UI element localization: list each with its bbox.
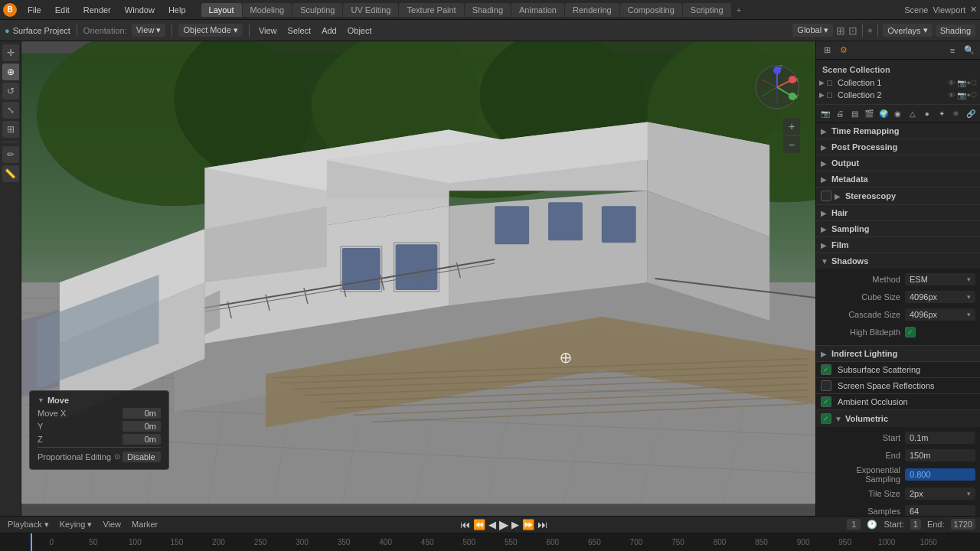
keying-dropdown[interactable]: Keying ▾ <box>57 520 96 530</box>
tab-layout[interactable]: Layout <box>201 3 242 17</box>
move-x-value[interactable]: 0m <box>122 408 161 419</box>
transform-dropdown[interactable]: Global ▾ <box>792 24 833 37</box>
post-processing-header[interactable]: ▶ Post Processing <box>816 139 980 155</box>
indirect-lighting-header[interactable]: ▶ Indirect Lighting <box>816 346 980 361</box>
shadows-header[interactable]: ▼ Shadows <box>816 253 980 269</box>
transport-play-forward[interactable]: ▶ <box>511 519 519 530</box>
tab-rendering[interactable]: Rendering <box>565 3 619 17</box>
tab-compositing[interactable]: Compositing <box>620 3 682 17</box>
prop-mesh-icon[interactable]: △ <box>906 107 919 121</box>
collection2-link[interactable]: ⬡ <box>971 91 977 99</box>
search-icon[interactable]: 🔍 <box>962 43 977 58</box>
tab-sculpting[interactable]: Sculpting <box>292 3 342 17</box>
exp-sampling-value[interactable]: 0.800 <box>905 468 975 481</box>
collection1-eye[interactable]: 👁 <box>948 79 956 87</box>
snap-icon[interactable]: ⌖ <box>867 25 873 36</box>
cascade-size-value[interactable]: 4096px <box>905 308 975 321</box>
tab-shading[interactable]: Shading <box>465 3 511 17</box>
transport-jump-start[interactable]: ⏮ <box>460 519 470 530</box>
tab-scripting[interactable]: Scripting <box>683 3 731 17</box>
tool-cursor[interactable]: ✛ <box>2 44 19 61</box>
high-bitdepth-checkbox[interactable]: ✓ <box>905 327 916 337</box>
tool-rotate[interactable]: ↺ <box>2 83 19 99</box>
move-z-value[interactable]: 0m <box>122 434 161 445</box>
transport-jump-end[interactable]: ⏭ <box>537 519 547 530</box>
prop-constraints-icon[interactable]: 🔗 <box>964 107 977 121</box>
end-value[interactable]: 1720 <box>951 519 975 530</box>
header-object[interactable]: Object <box>345 24 375 37</box>
stereoscopy-header[interactable]: ✓ ▶ Stereoscopy <box>816 187 980 204</box>
timeline-marker[interactable]: Marker <box>129 520 161 529</box>
shading-button[interactable]: Shading <box>936 24 975 37</box>
orientation-dropdown[interactable]: View ▾ <box>132 24 166 37</box>
collection-2-row[interactable]: ▶ □ Collection 2 👁 📷 ● ⬡ <box>816 89 980 101</box>
prop-render-icon[interactable]: 📷 <box>819 107 832 121</box>
hair-header[interactable]: ▶ Hair <box>816 205 980 220</box>
playback-dropdown[interactable]: Playback ▾ <box>5 520 52 530</box>
metadata-header[interactable]: ▶ Metadata <box>816 171 980 187</box>
transport-play-back[interactable]: ◀ <box>488 519 496 530</box>
tab-modeling[interactable]: Modeling <box>243 3 292 17</box>
vol-start-value[interactable]: 0.1m <box>905 432 975 444</box>
transport-play[interactable]: ▶ <box>499 517 508 532</box>
viewport[interactable]: X Y Z + − ▼ Move Move X 0m Y 0m <box>21 41 815 516</box>
menu-window[interactable]: Window <box>119 4 161 16</box>
volumetric-header[interactable]: ✓ ▼ Volumetric <box>816 410 980 427</box>
tab-animation[interactable]: Animation <box>511 3 564 17</box>
transport-step-back[interactable]: ⏪ <box>473 519 485 530</box>
cube-size-value[interactable]: 4096px <box>905 291 975 303</box>
start-value[interactable]: 1 <box>910 519 921 530</box>
menu-edit[interactable]: Edit <box>49 4 76 16</box>
tool-measure[interactable]: 📏 <box>2 165 19 182</box>
zoom-out-button[interactable]: − <box>783 136 800 153</box>
samples-value[interactable]: 64 <box>905 505 975 516</box>
properties-icon[interactable]: ⚙ <box>836 43 851 58</box>
collection1-link[interactable]: ⬡ <box>971 79 977 86</box>
filter-icon[interactable]: ≡ <box>945 43 960 58</box>
tool-move[interactable]: ⊕ <box>2 64 19 80</box>
prop-material-icon[interactable]: ● <box>920 107 933 121</box>
menu-render[interactable]: Render <box>77 4 117 16</box>
viewport-gizmo[interactable]: X Y Z <box>754 64 800 110</box>
prop-scene-icon[interactable]: 🎬 <box>863 107 876 121</box>
method-value[interactable]: ESM <box>905 273 975 285</box>
collection-1-row[interactable]: ▶ □ Collection 1 👁 📷 ● ⬡ <box>816 77 980 89</box>
mode-dropdown[interactable]: Object Mode ▾ <box>178 24 242 37</box>
prop-world-icon[interactable]: 🌍 <box>877 107 890 121</box>
proportional-value[interactable]: Disable <box>122 452 161 462</box>
move-panel-expand[interactable]: ▼ <box>38 396 44 404</box>
prop-physics-icon[interactable]: ⚛ <box>949 107 962 121</box>
tab-add[interactable]: + <box>732 3 746 17</box>
header-select[interactable]: Select <box>285 24 315 37</box>
volumetric-checkbox[interactable]: ✓ <box>821 413 831 424</box>
transport-step-forward[interactable]: ⏩ <box>522 519 534 530</box>
header-view[interactable]: View <box>256 24 280 37</box>
tab-texture-paint[interactable]: Texture Paint <box>399 3 463 17</box>
film-header[interactable]: ▶ Film <box>816 237 980 253</box>
ao-checkbox[interactable]: ✓ <box>821 396 831 407</box>
prop-output-icon[interactable]: 🖨 <box>834 107 847 121</box>
ssr-checkbox[interactable] <box>821 380 831 391</box>
vol-end-value[interactable]: 150m <box>905 449 975 461</box>
tool-scale[interactable]: ⤡ <box>2 102 19 119</box>
time-remapping-header[interactable]: ▶ Time Remapping <box>816 123 980 139</box>
output-header[interactable]: ▶ Output <box>816 155 980 171</box>
move-y-value[interactable]: 0m <box>122 421 161 432</box>
outliner-icon[interactable]: ⊞ <box>819 43 835 58</box>
close-icon[interactable]: ✕ <box>970 5 977 15</box>
overlays-button[interactable]: Overlays ▾ <box>883 24 932 37</box>
prop-view-layer-icon[interactable]: ▤ <box>848 107 861 121</box>
prop-object-icon[interactable]: ◉ <box>892 107 905 121</box>
collection2-eye[interactable]: 👁 <box>948 91 956 99</box>
collection1-render[interactable]: 📷 <box>957 79 966 87</box>
tool-annotate[interactable]: ✏ <box>2 146 19 163</box>
sampling-header[interactable]: ▶ Sampling <box>816 221 980 236</box>
prop-particles-icon[interactable]: ✦ <box>935 107 948 121</box>
zoom-in-button[interactable]: + <box>783 118 800 135</box>
stereoscopy-checkbox[interactable]: ✓ <box>821 191 831 201</box>
menu-file[interactable]: File <box>21 4 47 16</box>
subsurface-checkbox[interactable]: ✓ <box>821 364 831 375</box>
tab-uv-editing[interactable]: UV Editing <box>343 3 398 17</box>
current-frame-display[interactable]: 1 <box>847 519 861 530</box>
timeline-track[interactable]: 0 50 100 150 200 250 300 350 400 450 500… <box>0 533 980 551</box>
